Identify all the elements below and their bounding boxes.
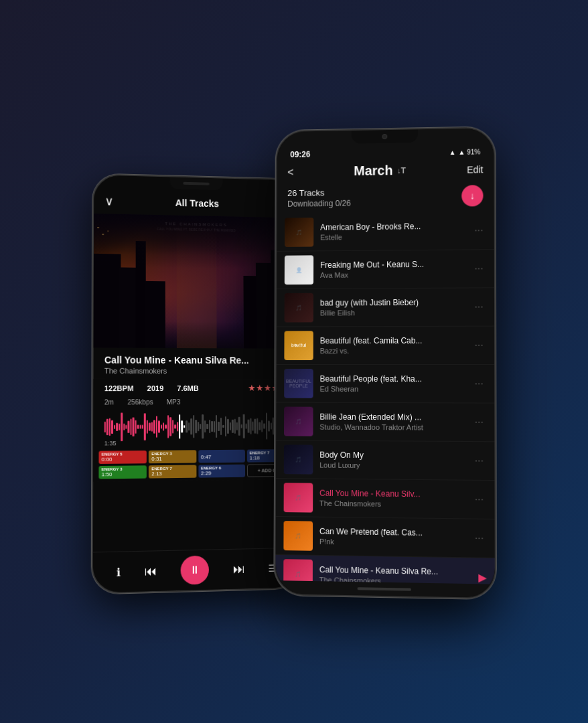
track-menu-button[interactable]: ··· bbox=[472, 452, 487, 469]
track-name: Beautiful People (feat. Kha... bbox=[320, 374, 465, 384]
track-name: Call You Mine - Keanu Silv... bbox=[319, 489, 465, 499]
edit-button[interactable]: Edit bbox=[467, 164, 483, 175]
track-thumbnail: bəv!ful bbox=[284, 331, 313, 360]
sort-icon[interactable]: ↓T bbox=[397, 166, 406, 175]
track-artist: P!nk bbox=[319, 538, 465, 548]
track-details: Body On My Loud Luxury bbox=[319, 451, 465, 471]
track-item[interactable]: 👤 Freaking Me Out - Keanu S... Ava Max ·… bbox=[277, 250, 494, 289]
cue-energy6[interactable]: ENERGY 6 2:29 bbox=[198, 465, 245, 478]
track-details: Can We Pretend (feat. Cas... P!nk bbox=[319, 527, 465, 548]
battery-text: ▲ 91% bbox=[458, 148, 480, 155]
track-thumbnail: 🎵 bbox=[283, 559, 313, 584]
track-item[interactable]: 🎵 Can We Pretend (feat. Cas... P!nk ··· bbox=[276, 517, 495, 558]
track-item[interactable]: BEAUTIFUL PEOPLE Beautiful People (feat.… bbox=[276, 365, 494, 404]
status-time: 09:26 bbox=[290, 150, 310, 159]
track-details: Freaking Me Out - Keanu S... Ava Max bbox=[320, 259, 465, 278]
cue-energy5[interactable]: ENERGY 5 0:00 bbox=[98, 451, 147, 464]
track-details: bad guy (with Justin Bieber) Billie Eili… bbox=[320, 298, 465, 317]
track-thumbnail: 🎵 bbox=[285, 293, 313, 323]
cue-energy7-2[interactable]: ENERGY 7 2:13 bbox=[149, 465, 196, 478]
cue-energy3-1[interactable]: ENERGY 3 0:31 bbox=[149, 450, 196, 463]
track-info: Call You Mine - Keanu Silva Re... The Ch… bbox=[94, 347, 298, 379]
size-display: 7.6MB bbox=[177, 384, 198, 392]
track-artist: The Chainsmokers bbox=[319, 499, 465, 509]
track-menu-button[interactable]: ··· bbox=[472, 530, 487, 548]
track-menu-button[interactable]: ··· bbox=[471, 298, 486, 315]
right-phone-header: < March ↓T Edit bbox=[277, 159, 494, 185]
track-thumbnail: 🎵 bbox=[284, 483, 313, 512]
waveform bbox=[104, 410, 288, 445]
track-artist: Ava Max bbox=[320, 270, 465, 278]
sub-header: 26 Tracks Downloading 0/26 ↓ bbox=[277, 182, 494, 214]
track-name: Body On My bbox=[319, 451, 465, 461]
info-button[interactable]: ℹ bbox=[117, 566, 121, 579]
page-title: All Tracks bbox=[175, 197, 219, 209]
playlist-title: March ↓T bbox=[354, 163, 406, 179]
home-bar bbox=[275, 580, 495, 598]
track-details: Beautiful People (feat. Kha... Ed Sheera… bbox=[320, 374, 465, 393]
track-details: Call You Mine - Keanu Silv... The Chains… bbox=[319, 489, 465, 509]
play-pause-button[interactable]: ⏸ bbox=[181, 556, 209, 585]
year-display: 2019 bbox=[147, 384, 164, 392]
track-item[interactable]: 🎵 Billie Jean (Extended Mix) ... Studio,… bbox=[276, 403, 494, 443]
right-phone: 09:26 ▲ ▲ 91% < March ↓T Edit 26 Tracks bbox=[274, 127, 496, 599]
track-item[interactable]: bəv!ful Beautiful (feat. Camila Cab... B… bbox=[277, 327, 495, 365]
track-artist: Billie Eilish bbox=[320, 309, 465, 317]
track-item[interactable]: 🎵 Body On My Loud Luxury ··· bbox=[276, 440, 495, 481]
track-name: bad guy (with Justin Bieber) bbox=[320, 298, 465, 308]
signal-icon: ▲ bbox=[449, 149, 456, 156]
player-controls: ℹ ⏮ ⏸ ⏭ ☰ bbox=[93, 548, 299, 593]
track-menu-button[interactable]: ··· bbox=[471, 414, 486, 431]
next-button[interactable]: ⏭ bbox=[233, 562, 245, 576]
track-artist: Estelle bbox=[320, 232, 465, 241]
track-item-playing[interactable]: 🎵 Call You Mine - Keanu Silva Re... The … bbox=[275, 555, 494, 584]
track-details: American Boy - Brooks Re... Estelle bbox=[320, 221, 465, 241]
format-display: MP3 bbox=[167, 398, 181, 406]
track-thumbnail: 🎵 bbox=[284, 445, 313, 474]
track-thumbnail: 🎵 bbox=[284, 407, 313, 436]
track-artist: Studio, Wannadoo Traktor Artist bbox=[319, 423, 465, 432]
download-button[interactable]: ↓ bbox=[461, 185, 483, 206]
cue-points: ENERGY 5 0:00 ENERGY 3 0:31 0:47 ENERGY … bbox=[93, 447, 298, 482]
track-count: 26 Tracks bbox=[287, 187, 351, 197]
track-item[interactable]: 🎵 American Boy - Brooks Re... Estelle ··… bbox=[277, 212, 494, 252]
track-name: Freaking Me Out - Keanu S... bbox=[320, 259, 465, 270]
track-menu-button[interactable]: ··· bbox=[471, 222, 486, 239]
time-elapsed: 1:35 bbox=[104, 440, 117, 447]
track-meta-row2: 2m 256kbps MP3 bbox=[93, 397, 297, 408]
duration-display: 2m bbox=[104, 398, 114, 406]
track-item[interactable]: 🎵 Call You Mine - Keanu Silv... The Chai… bbox=[276, 479, 495, 519]
track-menu-button[interactable]: ··· bbox=[471, 375, 486, 392]
track-menu-button[interactable]: ··· bbox=[472, 491, 487, 509]
status-icons: ▲ ▲ 91% bbox=[449, 148, 481, 156]
back-button[interactable]: < bbox=[287, 166, 293, 178]
home-indicator[interactable] bbox=[358, 587, 411, 590]
downloading-status: Downloading 0/26 bbox=[287, 198, 351, 208]
track-details: Billie Jean (Extended Mix) ... Studio, W… bbox=[319, 412, 465, 432]
track-menu-button[interactable]: ··· bbox=[471, 260, 486, 277]
track-title: Call You Mine - Keanu Silva Re... bbox=[104, 355, 287, 366]
phones-container: ∨ All Tracks + bbox=[0, 0, 588, 723]
track-list: 🎵 American Boy - Brooks Re... Estelle ··… bbox=[275, 212, 494, 584]
right-phone-screen: 09:26 ▲ ▲ 91% < March ↓T Edit 26 Tracks bbox=[275, 128, 495, 598]
cue-047[interactable]: 0:47 bbox=[198, 450, 245, 463]
prev-button[interactable]: ⏮ bbox=[145, 564, 157, 578]
waveform-container[interactable]: 1:35 3:58 bbox=[93, 407, 298, 449]
street-elements: THE CHAINSMOKERS CALL YOU MINE FT. BEBE … bbox=[94, 214, 297, 349]
track-thumbnail: BEAUTIFUL PEOPLE bbox=[284, 369, 313, 398]
title-text: March bbox=[354, 163, 392, 179]
track-item[interactable]: 🎵 bad guy (with Justin Bieber) Billie Ei… bbox=[277, 288, 494, 327]
chevron-down-icon[interactable]: ∨ bbox=[104, 194, 113, 209]
track-thumbnail: 🎵 bbox=[283, 521, 313, 551]
album-art: THE CHAINSMOKERS CALL YOU MINE FT. BEBE … bbox=[94, 214, 297, 349]
track-artist: Ed Sheeran bbox=[320, 385, 465, 393]
track-name: Can We Pretend (feat. Cas... bbox=[319, 527, 465, 538]
track-name: Call You Mine - Keanu Silva Re... bbox=[319, 565, 471, 577]
track-menu-button[interactable]: ··· bbox=[471, 337, 486, 354]
track-details: Beautiful (feat. Camila Cab... Bazzi vs. bbox=[320, 336, 465, 355]
track-name: Beautiful (feat. Camila Cab... bbox=[320, 336, 465, 345]
track-artist: Bazzi vs. bbox=[320, 347, 465, 355]
track-thumbnail: 👤 bbox=[285, 255, 313, 285]
track-artist: Loud Luxury bbox=[319, 461, 465, 471]
cue-energy3-2[interactable]: ENERGY 3 1:50 bbox=[98, 465, 147, 479]
